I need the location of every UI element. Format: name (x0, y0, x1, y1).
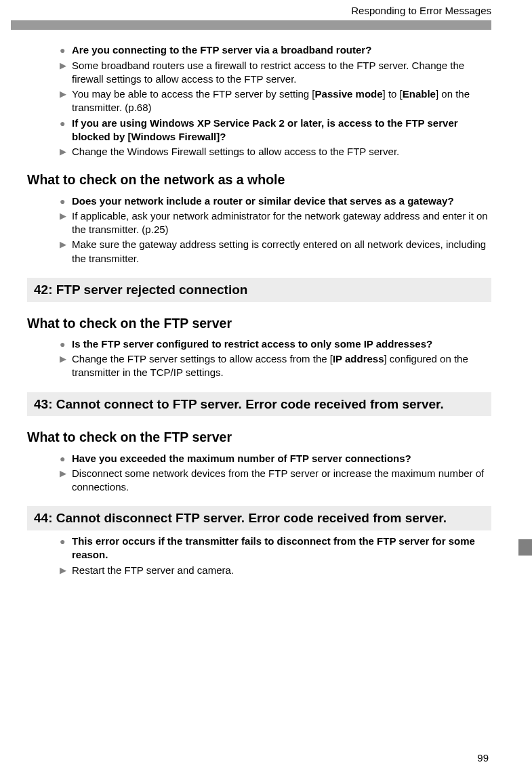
heading-ftp-43: What to check on the FTP server (27, 428, 491, 446)
list-item-text: Make sure the gateway address setting is… (72, 238, 491, 266)
list-item: ●Is the FTP server configured to restric… (27, 337, 491, 351)
error-44-heading: 44: Cannot disconnect FTP server. Error … (27, 506, 491, 530)
list-item-text: Change the Windows Firewall settings to … (72, 145, 491, 159)
list-item-text: Restart the FTP server and camera. (72, 564, 491, 577)
side-tab (518, 539, 532, 556)
list-item: ▶If applicable, ask your network adminis… (27, 209, 491, 237)
list-block-1: ●Are you connecting to the FTP server vi… (27, 43, 491, 159)
bullet-icon: ● (60, 453, 72, 466)
list-block-4: ●Have you exceeded the maximum number of… (27, 452, 491, 495)
list-block-5: ●This error occurs if the transmitter fa… (27, 535, 491, 577)
bullet-icon: ● (60, 44, 72, 58)
list-item: ▶Change the FTP server settings to allow… (27, 352, 491, 380)
list-item: ▶Restart the FTP server and camera. (27, 564, 491, 577)
list-item-text: Does your network include a router or si… (72, 194, 491, 208)
list-item-text: If applicable, ask your network administ… (72, 209, 491, 237)
list-item: ▶You may be able to access the FTP serve… (27, 87, 491, 115)
triangle-icon: ▶ (60, 60, 72, 87)
heading-network: What to check on the network as a whole (27, 171, 491, 188)
list-block-2: ●Does your network include a router or s… (27, 194, 491, 266)
triangle-icon: ▶ (60, 353, 72, 381)
triangle-icon: ▶ (60, 467, 72, 495)
list-item-text: Some broadband routers use a firewall to… (72, 59, 491, 87)
bullet-icon: ● (60, 117, 72, 145)
list-item: ●This error occurs if the transmitter fa… (27, 535, 491, 562)
triangle-icon: ▶ (60, 564, 72, 578)
list-item-text: Change the FTP server settings to allow … (72, 352, 491, 380)
list-item: ●Are you connecting to the FTP server vi… (27, 43, 491, 57)
page-content: ●Are you connecting to the FTP server vi… (0, 30, 532, 577)
list-item: ●Does your network include a router or s… (27, 194, 491, 208)
page-number: 99 (477, 751, 489, 765)
running-head: Responding to Error Messages (0, 0, 532, 20)
list-item: ▶Some broadband routers use a firewall t… (27, 59, 491, 87)
bullet-icon: ● (60, 338, 72, 352)
list-item-text: If you are using Windows XP Service Pack… (72, 117, 491, 144)
triangle-icon: ▶ (60, 146, 72, 159)
list-item: ▶Make sure the gateway address setting i… (27, 238, 491, 266)
error-43-heading: 43: Cannot connect to FTP server. Error … (27, 392, 491, 417)
header-rule (11, 20, 491, 30)
triangle-icon: ▶ (60, 238, 72, 266)
bullet-icon: ● (60, 535, 72, 563)
list-item-text: Have you exceeded the maximum number of … (72, 452, 491, 465)
list-item: ▶Disconnect some network devices from th… (27, 467, 491, 495)
error-42-heading: 42: FTP server rejected connection (27, 278, 491, 302)
list-item: ●If you are using Windows XP Service Pac… (27, 117, 491, 144)
list-item-text: This error occurs if the transmitter fai… (72, 535, 491, 562)
list-item: ▶Change the Windows Firewall settings to… (27, 145, 491, 159)
list-item: ●Have you exceeded the maximum number of… (27, 452, 491, 465)
heading-ftp-42: What to check on the FTP server (27, 314, 491, 332)
list-item-text: You may be able to access the FTP server… (72, 87, 491, 115)
triangle-icon: ▶ (60, 88, 72, 116)
page: Responding to Error Messages ●Are you co… (0, 0, 532, 773)
triangle-icon: ▶ (60, 210, 72, 238)
list-item-text: Are you connecting to the FTP server via… (72, 43, 491, 57)
bullet-icon: ● (60, 195, 72, 209)
list-block-3: ●Is the FTP server configured to restric… (27, 337, 491, 380)
list-item-text: Disconnect some network devices from the… (72, 467, 491, 495)
list-item-text: Is the FTP server configured to restrict… (72, 337, 491, 351)
